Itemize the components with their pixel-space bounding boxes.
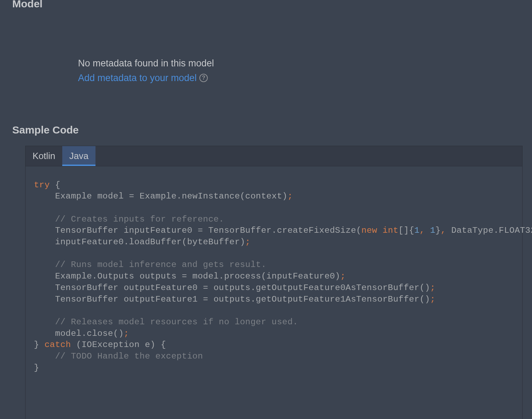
- keyword-new: new: [361, 226, 377, 235]
- punct-semicolon: ;: [430, 295, 435, 304]
- keyword-try: try: [34, 180, 50, 190]
- code-text: }: [34, 340, 39, 349]
- punct-comma: ,: [420, 226, 425, 235]
- add-metadata-link[interactable]: Add metadata to your model ?: [78, 73, 208, 84]
- metadata-block: No metadata found in this model Add meta…: [0, 9, 532, 84]
- tab-kotlin[interactable]: Kotlin: [26, 146, 62, 166]
- code-text: model.close(): [34, 329, 124, 338]
- code-text: TensorBuffer inputFeature0 = TensorBuffe…: [34, 226, 361, 235]
- punct-semicolon: ;: [340, 272, 346, 281]
- code-text: inputFeature0.loadBuffer(byteBuffer): [34, 237, 245, 247]
- tab-java[interactable]: Java: [62, 146, 95, 166]
- model-heading: Model: [0, 0, 532, 9]
- add-metadata-link-text: Add metadata to your model: [78, 73, 197, 84]
- code-text: DataType.FLOAT32): [446, 226, 532, 235]
- code-block[interactable]: try { Example model = Example.newInstanc…: [26, 166, 522, 419]
- keyword-catch: catch: [44, 340, 71, 349]
- code-text: {: [50, 180, 60, 190]
- punct-semicolon: ;: [288, 192, 293, 201]
- code-comment: // TODO Handle the exception: [34, 352, 203, 361]
- punct-comma: ,: [441, 226, 446, 235]
- code-text: }: [435, 226, 441, 235]
- code-text: [377, 226, 383, 235]
- code-text: [425, 226, 430, 235]
- metadata-not-found-text: No metadata found in this model: [78, 56, 532, 71]
- code-text: []{: [398, 226, 414, 235]
- sample-code-heading: Sample Code: [0, 125, 532, 135]
- code-comment: // Runs model inference and gets result.: [34, 260, 267, 269]
- code-number: 1: [430, 226, 435, 235]
- help-icon[interactable]: ?: [199, 74, 208, 82]
- code-text: Example.Outputs outputs = model.process(…: [34, 272, 340, 281]
- code-text: Example model = Example.newInstance(cont…: [34, 192, 288, 201]
- code-comment: // Releases model resources if no longer…: [34, 317, 298, 327]
- code-number: 1: [414, 226, 419, 235]
- code-text: }: [34, 363, 39, 373]
- code-text: TensorBuffer outputFeature1 = outputs.ge…: [34, 295, 430, 304]
- tab-bar: Kotlin Java: [26, 146, 522, 166]
- punct-semicolon: ;: [124, 329, 129, 338]
- code-container: Kotlin Java try { Example model = Exampl…: [25, 146, 523, 419]
- code-comment: // Creates inputs for reference.: [34, 215, 224, 224]
- punct-semicolon: ;: [430, 283, 435, 292]
- punct-semicolon: ;: [245, 237, 250, 247]
- code-text: (IOException e) {: [71, 340, 166, 349]
- keyword-int: int: [383, 226, 398, 235]
- code-text: TensorBuffer outputFeature0 = outputs.ge…: [34, 283, 430, 292]
